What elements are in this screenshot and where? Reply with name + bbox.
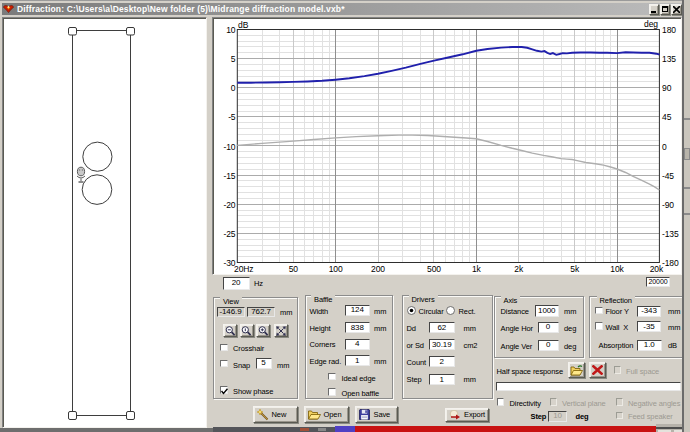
svg-text:10k: 10k (610, 264, 624, 274)
svg-text:100: 100 (329, 264, 343, 274)
svg-text:-10: -10 (224, 142, 236, 152)
svg-text:-180: -180 (662, 258, 679, 268)
svg-text:0: 0 (662, 142, 667, 152)
svg-text:20Hz: 20Hz (234, 264, 253, 274)
svg-text:2k: 2k (514, 264, 524, 274)
svg-text:-90: -90 (662, 200, 674, 210)
svg-text:5k: 5k (570, 264, 580, 274)
svg-text:-20: -20 (224, 200, 236, 210)
svg-text:45: 45 (662, 112, 672, 122)
svg-text:500: 500 (427, 264, 441, 274)
svg-text:20k: 20k (650, 264, 664, 274)
svg-text:1k: 1k (472, 264, 482, 274)
svg-text:180: 180 (662, 25, 676, 35)
svg-text:-45: -45 (662, 171, 674, 181)
svg-text:dB: dB (238, 20, 249, 30)
svg-text:50: 50 (289, 264, 299, 274)
svg-text:5: 5 (231, 54, 236, 64)
svg-text:200: 200 (371, 264, 385, 274)
svg-text:90: 90 (662, 83, 672, 93)
svg-text:-135: -135 (662, 229, 679, 239)
svg-text:deg: deg (644, 19, 658, 29)
svg-text:0: 0 (231, 83, 236, 93)
svg-text:-25: -25 (224, 229, 236, 239)
svg-text:-5: -5 (228, 112, 236, 122)
svg-text:135: 135 (662, 54, 676, 64)
svg-text:10: 10 (226, 25, 236, 35)
svg-text:-15: -15 (224, 171, 236, 181)
